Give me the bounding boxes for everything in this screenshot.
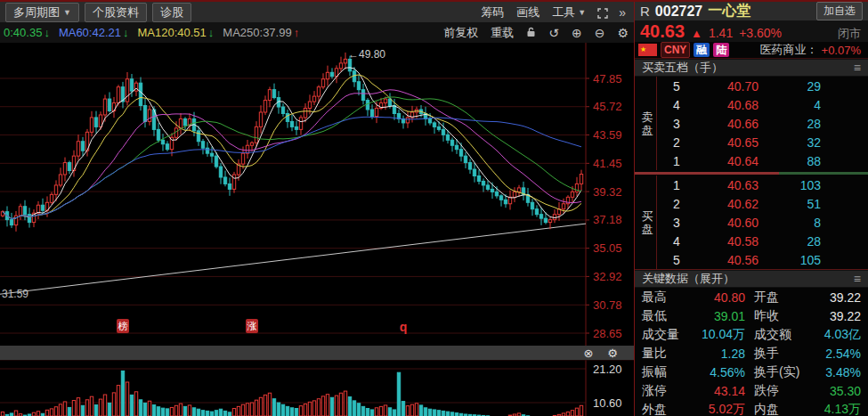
tools-dropdown[interactable]: 工具 ▼ [548,4,589,20]
diagnose-label: 诊股 [160,4,183,20]
buy-row[interactable]: 340.608 [657,213,868,232]
volume-bars[interactable] [1,371,582,416]
gear-icon[interactable]: ⚙ [615,26,630,40]
ma-line-MA5 [3,68,581,219]
svg-text:32.92: 32.92 [593,270,622,283]
ma-legend-label: MA250:37.99 [223,26,291,39]
sell-row[interactable]: 440.684 [657,95,868,114]
last-price: 40.63 [640,20,685,42]
kd-value: 2.54% [809,347,861,361]
sector-link[interactable]: 医药商业： [760,42,818,58]
kd-label: 最低 [642,308,694,324]
sell-row[interactable]: 540.7029 [657,77,868,95]
kd-value: 39.01 [694,309,754,323]
volume: 88 [758,154,821,168]
buy-row[interactable]: 240.6251 [657,194,868,213]
buy-row[interactable]: 440.5828 [657,232,868,250]
sell-row[interactable]: 340.6628 [657,114,868,133]
volume: 51 [758,197,821,211]
sell-row[interactable]: 140.6488 [657,151,868,170]
key-data-header[interactable]: 关键数据（展开） ≡ [635,270,868,288]
key-data-row: 成交量10.04万 成交额4.03亿 [642,325,861,344]
price: 40.58 [691,234,758,249]
menu-icon[interactable]: ≡ [854,61,861,75]
svg-text:10.60: 10.60 [593,396,622,410]
sell-side-label: 卖盘 [639,77,655,170]
ma-legend-label: MA60:42.21 [59,26,121,39]
kd-value: 1.28 [694,347,754,361]
connect-badge: 陆 [713,43,729,57]
svg-text:←49.80: ←49.80 [348,48,385,61]
price-quote-row: 40.63 ▲ 1.41 +3.60% 闭市 [635,20,868,42]
pane-divider-bar[interactable]: ⊗ ⚙ [0,346,634,360]
reload-button[interactable]: 重载 [489,25,515,41]
price: 40.64 [691,154,758,168]
key-data-row: 外盘5.02万 内盘4.13万 [642,400,861,416]
chart-column: 多周期图 ▼ 个股资料 诊股 筹码 画线 工具 ▼ » 0:40.35 [0,2,634,416]
candles[interactable] [1,53,582,232]
svg-text:28.65: 28.65 [593,327,622,340]
candlestick-chart[interactable]: 47.8545.7243.5941.4539.3237.1835.0532.92… [0,43,634,416]
price: 40.63 [691,178,758,192]
tools-label: 工具 [552,4,575,20]
buy-orders: 买盘 140.63103 240.6251 340.608 440.5828 5… [635,175,868,270]
buy-row[interactable]: 140.63103 [657,175,868,194]
order-book-header[interactable]: 买卖五档（手） ≡ [635,59,868,77]
price: 40.70 [691,79,758,94]
ma-legend-item: MA60:42.21 ↓ [59,26,129,39]
peak-annotation: ←49.80 [348,48,385,61]
price: 40.60 [691,216,758,230]
sell-row[interactable]: 240.6532 [657,133,868,151]
stock-info-button[interactable]: 个股资料 [85,3,147,22]
zoom-in-icon[interactable]: ⊕ [570,26,584,40]
chevron-down-icon: ▼ [578,8,586,17]
kd-label: 换手(实) [754,364,809,380]
undo-icon[interactable]: ↺ [547,26,561,40]
bid-ask-ratio-bar [635,171,868,175]
key-data-row: 振幅4.56% 换手(实)3.48% [642,363,861,381]
ma-line-MA20 [3,90,581,219]
trend-line[interactable]: 31.59 [0,224,586,300]
draw-line-button[interactable]: 画线 [513,4,543,20]
add-watchlist-button[interactable]: 加自选 [816,2,863,20]
chips-button[interactable]: 筹码 [477,4,507,20]
diagnose-button[interactable]: 诊股 [152,3,191,22]
pane-gear-icon[interactable]: ⚙ [607,347,618,359]
svg-text:37.18: 37.18 [593,213,622,226]
buy-row[interactable]: 540.56105 [657,250,868,269]
level: 1 [673,154,691,168]
stock-name: 一心堂 [708,2,750,20]
key-data-row: 最高40.80 开盘39.22 [642,288,861,306]
kd-value: 39.22 [809,290,861,305]
top-toolbar: 多周期图 ▼ 个股资料 诊股 筹码 画线 工具 ▼ » [0,2,634,22]
ma-line-MA10 [3,75,581,219]
close-pane-icon[interactable]: ⊗ [583,347,593,359]
stock-code: 002727 [655,4,702,20]
period-dropdown[interactable]: 多周期图 ▼ [5,3,79,22]
level: 4 [673,234,691,249]
svg-text:41.45: 41.45 [593,157,622,170]
lock-icon[interactable] [524,26,538,40]
svg-text:47.85: 47.85 [593,72,622,86]
svg-text:31.59: 31.59 [2,288,28,300]
event-markers[interactable]: 榜涨q [117,319,407,334]
draw-line-label: 画线 [516,4,539,20]
key-data-row: 最低39.01 昨收39.22 [642,306,861,325]
menu-icon[interactable]: ≡ [854,272,861,286]
ma-legend-item: MA120:40.51 ↓ [137,26,214,39]
volume: 105 [758,253,821,267]
level: 4 [673,98,691,112]
margin-badge: 融 [694,43,710,57]
level: 2 [673,135,691,150]
ma-legend-label: 0:40.35 [4,26,42,39]
sell-orders: 卖盘 540.7029 440.684 340.6628 240.6532 14… [635,77,868,170]
forward-adjust-button[interactable]: 前复权 [442,25,480,41]
key-data-row: 涨停43.14 跌停35.30 [642,381,861,400]
chart-canvas[interactable]: 47.8545.7243.5941.4539.3237.1835.0532.92… [0,43,634,416]
collapse-panel-icon[interactable]: » [616,5,629,20]
price-up-arrow-icon: ▲ [691,27,702,40]
fullscreen-icon[interactable] [595,5,611,20]
market-status: 闭市 [838,26,861,42]
kd-value: 39.22 [809,309,861,323]
zoom-out-icon[interactable]: ⊖ [593,26,607,40]
